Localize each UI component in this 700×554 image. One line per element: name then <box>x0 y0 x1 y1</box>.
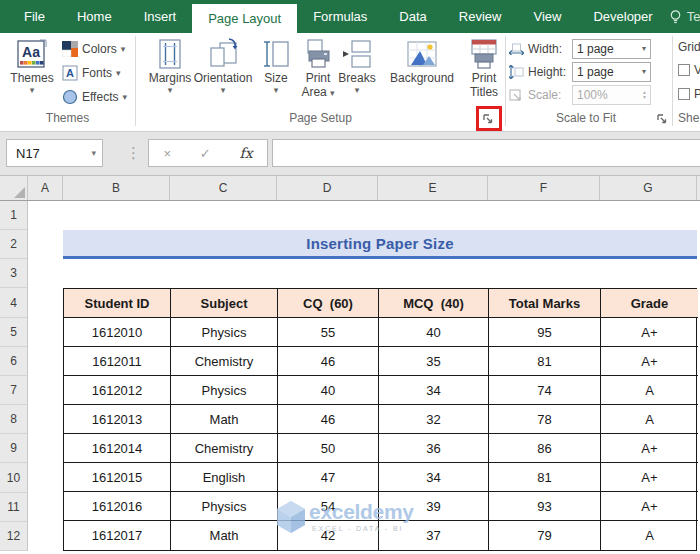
size-button[interactable]: Size ▾ <box>257 37 295 112</box>
tell-me-box[interactable]: Tell me w <box>669 0 700 33</box>
select-all-button[interactable] <box>0 176 28 200</box>
table-cell[interactable]: 1612012 <box>64 376 171 405</box>
table-cell[interactable]: 1612014 <box>64 434 171 463</box>
tab-developer[interactable]: Developer <box>577 0 668 33</box>
gridlines-print-checkbox[interactable]: Pr <box>678 84 700 104</box>
height-select[interactable]: 1 page▾ <box>572 62 651 82</box>
row-header-6[interactable]: 6 <box>0 347 27 376</box>
effects-button[interactable]: Effects ▾ <box>62 87 127 107</box>
column-header-g[interactable]: G <box>600 176 697 200</box>
colors-button[interactable]: Colors ▾ <box>62 39 125 59</box>
scale-spinner[interactable]: 100% ▴▾ <box>572 85 651 105</box>
table-header-cell[interactable]: Student ID <box>64 289 171 318</box>
tab-view[interactable]: View <box>517 0 577 33</box>
table-cell[interactable]: 79 <box>489 521 601 550</box>
insert-function-icon[interactable]: fx <box>239 145 252 161</box>
table-cell[interactable]: Physics <box>171 492 278 521</box>
table-header-cell[interactable]: Subject <box>171 289 278 318</box>
table-cell[interactable]: A+ <box>601 492 698 521</box>
title-banner[interactable]: Inserting Paper Size <box>63 230 697 259</box>
margins-button[interactable]: Margins ▾ <box>144 37 196 112</box>
table-cell[interactable]: 39 <box>379 492 489 521</box>
checkbox-icon[interactable] <box>678 88 690 100</box>
row-header-4[interactable]: 4 <box>0 288 27 317</box>
table-cell[interactable]: 1612017 <box>64 521 171 550</box>
table-cell[interactable]: 78 <box>489 405 601 434</box>
table-cell[interactable]: Chemistry <box>171 347 278 376</box>
breaks-button[interactable]: Breaks ▾ <box>335 37 379 112</box>
row-header-1[interactable]: 1 <box>0 201 27 230</box>
column-header-b[interactable]: B <box>63 176 170 200</box>
table-cell[interactable]: 55 <box>278 318 379 347</box>
table-cell[interactable]: 74 <box>489 376 601 405</box>
table-cell[interactable]: 81 <box>489 347 601 376</box>
table-cell[interactable]: 37 <box>379 521 489 550</box>
table-cell[interactable]: Physics <box>171 318 278 347</box>
worksheet[interactable]: 1 2 3 4 5 6 7 8 9 10 11 12 Inserting Pap… <box>0 201 700 554</box>
print-area-button[interactable]: Print Area ▾ <box>298 37 338 112</box>
table-header-cell[interactable]: MCQ (40) <box>379 289 489 318</box>
table-cell[interactable]: A <box>601 376 698 405</box>
formula-input[interactable] <box>272 139 700 167</box>
table-cell[interactable]: 1612011 <box>64 347 171 376</box>
table-cell[interactable]: A+ <box>601 347 698 376</box>
table-cell[interactable]: 46 <box>278 347 379 376</box>
table-cell[interactable]: 1612016 <box>64 492 171 521</box>
table-cell[interactable]: 40 <box>278 376 379 405</box>
name-box[interactable]: N17 ▾ <box>6 139 103 167</box>
checkbox-icon[interactable] <box>678 64 690 76</box>
table-cell[interactable]: A <box>601 521 698 550</box>
table-cell[interactable]: Math <box>171 521 278 550</box>
data-table[interactable]: Student ID Subject CQ (60) MCQ (40) Tota… <box>63 288 697 551</box>
table-cell[interactable]: 1612010 <box>64 318 171 347</box>
tab-home[interactable]: Home <box>61 0 128 33</box>
table-cell[interactable]: Math <box>171 405 278 434</box>
table-cell[interactable]: 35 <box>379 347 489 376</box>
table-cell[interactable]: A+ <box>601 318 698 347</box>
table-cell[interactable]: 34 <box>379 376 489 405</box>
column-header-f[interactable]: F <box>488 176 600 200</box>
row-header-12[interactable]: 12 <box>0 522 27 551</box>
table-cell[interactable]: 47 <box>278 463 379 492</box>
column-header-d[interactable]: D <box>277 176 378 200</box>
table-header-cell[interactable]: Total Marks <box>489 289 601 318</box>
formula-bar-resize-handle[interactable]: ⋮ <box>126 143 141 163</box>
tab-data[interactable]: Data <box>383 0 442 33</box>
row-header-7[interactable]: 7 <box>0 376 27 405</box>
print-titles-button[interactable]: Print Titles <box>461 37 507 112</box>
gridlines-view-checkbox[interactable]: Vi <box>678 60 700 80</box>
table-header-cell[interactable]: Grade <box>601 289 698 318</box>
table-cell[interactable]: 40 <box>379 318 489 347</box>
spinner-icon[interactable]: ▴▾ <box>643 90 646 100</box>
table-cell[interactable]: A+ <box>601 463 698 492</box>
table-cell[interactable]: 34 <box>379 463 489 492</box>
table-cell[interactable]: 42 <box>278 521 379 550</box>
row-header-9[interactable]: 9 <box>0 434 27 463</box>
row-header-5[interactable]: 5 <box>0 318 27 347</box>
themes-button[interactable]: Aa Themes ▾ <box>5 37 59 112</box>
fonts-button[interactable]: A Fonts ▾ <box>62 63 121 83</box>
tab-file[interactable]: File <box>8 0 61 33</box>
table-cell[interactable]: 95 <box>489 318 601 347</box>
tab-insert[interactable]: Insert <box>128 0 193 33</box>
table-cell[interactable]: 50 <box>278 434 379 463</box>
table-cell[interactable]: Chemistry <box>171 434 278 463</box>
row-header-11[interactable]: 11 <box>0 493 27 522</box>
table-cell[interactable]: 1612015 <box>64 463 171 492</box>
table-cell[interactable]: 36 <box>379 434 489 463</box>
table-cell[interactable]: 86 <box>489 434 601 463</box>
tab-page-layout[interactable]: Page Layout <box>192 4 297 33</box>
row-header-8[interactable]: 8 <box>0 405 27 434</box>
scale-to-fit-dialog-launcher[interactable] <box>655 112 669 126</box>
background-button[interactable]: Background <box>385 37 459 112</box>
row-header-2[interactable]: 2 <box>0 230 27 259</box>
column-header-e[interactable]: E <box>378 176 488 200</box>
cancel-icon[interactable]: × <box>163 146 171 161</box>
orientation-button[interactable]: Orientation ▾ <box>193 37 253 112</box>
table-cell[interactable]: 1612013 <box>64 405 171 434</box>
enter-icon[interactable]: ✓ <box>200 146 211 161</box>
table-header-cell[interactable]: CQ (60) <box>278 289 379 318</box>
table-cell[interactable]: 46 <box>278 405 379 434</box>
row-header-3[interactable]: 3 <box>0 259 27 288</box>
table-cell[interactable]: 93 <box>489 492 601 521</box>
